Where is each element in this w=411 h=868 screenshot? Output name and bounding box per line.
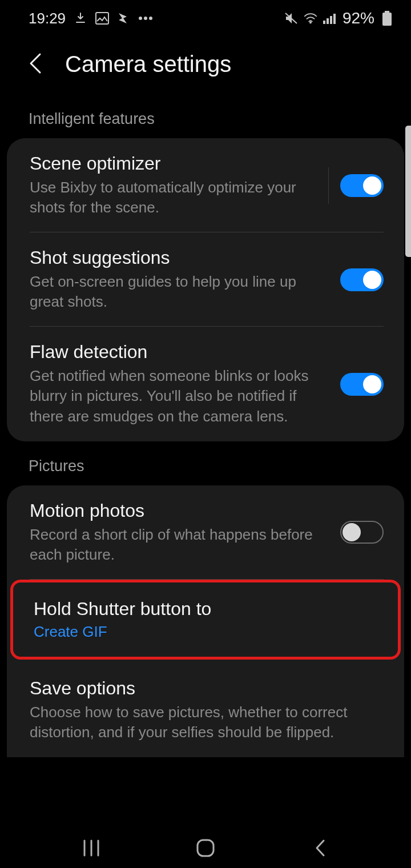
- status-bar: 19:29 92%: [0, 0, 411, 34]
- more-icon: [139, 11, 152, 25]
- battery-icon: [380, 11, 394, 25]
- save-options-title: Save options: [30, 678, 372, 699]
- shot-suggestions-title: Shot suggestions: [30, 247, 329, 268]
- highlight-box: Hold Shutter button to Create GIF: [10, 580, 401, 660]
- mute-icon: [284, 11, 298, 25]
- status-left: 19:29: [29, 10, 152, 27]
- flaw-detection-title: Flaw detection: [30, 341, 329, 363]
- download-icon: [74, 11, 87, 25]
- back-button[interactable]: [27, 52, 42, 77]
- scene-optimizer-toggle[interactable]: [340, 174, 384, 197]
- section-header-pictures: Pictures: [0, 441, 411, 485]
- flaw-detection-item[interactable]: Flaw detection Get notified when someone…: [7, 327, 404, 441]
- svg-rect-9: [385, 11, 389, 13]
- image-icon: [95, 11, 109, 25]
- flaw-detection-toggle[interactable]: [340, 373, 384, 396]
- back-nav-button[interactable]: [308, 837, 331, 859]
- hold-shutter-title: Hold Shutter button to: [34, 598, 366, 620]
- svg-rect-7: [330, 16, 332, 24]
- shot-suggestions-item[interactable]: Shot suggestions Get on-screen guides to…: [7, 232, 404, 327]
- status-time: 19:29: [29, 10, 66, 27]
- nav-bar: [0, 828, 411, 868]
- battery-percent: 92%: [342, 9, 374, 27]
- svg-point-3: [149, 17, 152, 20]
- motion-photos-desc: Record a short clip of what happens befo…: [30, 525, 329, 565]
- toggle-divider: [328, 167, 329, 204]
- svg-rect-11: [198, 840, 213, 856]
- svg-rect-8: [333, 14, 336, 24]
- scene-optimizer-desc: Use Bixby to automatically optimize your…: [30, 178, 305, 218]
- hold-shutter-item[interactable]: Hold Shutter button to Create GIF: [13, 582, 398, 657]
- motion-photos-title: Motion photos: [30, 500, 329, 521]
- recents-button[interactable]: [80, 837, 103, 859]
- flaw-detection-desc: Get notified when someone blinks or look…: [30, 366, 329, 426]
- section-header-intelligent: Intelligent features: [0, 100, 411, 138]
- signal-icon: [323, 11, 337, 25]
- shot-suggestions-toggle[interactable]: [340, 268, 384, 291]
- hold-shutter-value: Create GIF: [34, 623, 366, 641]
- home-button[interactable]: [194, 837, 217, 859]
- scene-optimizer-title: Scene optimizer: [30, 153, 305, 174]
- header: Camera settings: [0, 34, 411, 100]
- scrollbar[interactable]: [405, 126, 411, 257]
- page-title: Camera settings: [65, 51, 231, 77]
- check-flag-icon: [117, 11, 131, 25]
- status-right: 92%: [284, 9, 394, 27]
- svg-rect-6: [327, 18, 329, 24]
- motion-photos-item[interactable]: Motion photos Record a short clip of wha…: [7, 485, 404, 580]
- save-options-desc: Choose how to save pictures, whether to …: [30, 702, 372, 742]
- shot-suggestions-desc: Get on-screen guides to help you line up…: [30, 272, 329, 312]
- svg-rect-10: [382, 13, 392, 26]
- motion-photos-toggle[interactable]: [340, 521, 384, 544]
- svg-rect-0: [96, 13, 108, 24]
- scene-optimizer-item[interactable]: Scene optimizer Use Bixby to automatical…: [7, 138, 404, 232]
- pictures-card: Motion photos Record a short clip of wha…: [7, 485, 404, 757]
- save-options-item[interactable]: Save options Choose how to save pictures…: [7, 660, 404, 757]
- svg-point-2: [144, 17, 147, 20]
- svg-point-1: [139, 17, 142, 20]
- intelligent-card: Scene optimizer Use Bixby to automatical…: [7, 138, 404, 441]
- wifi-icon: [304, 11, 317, 25]
- svg-rect-5: [323, 21, 325, 24]
- svg-point-4: [309, 22, 312, 24]
